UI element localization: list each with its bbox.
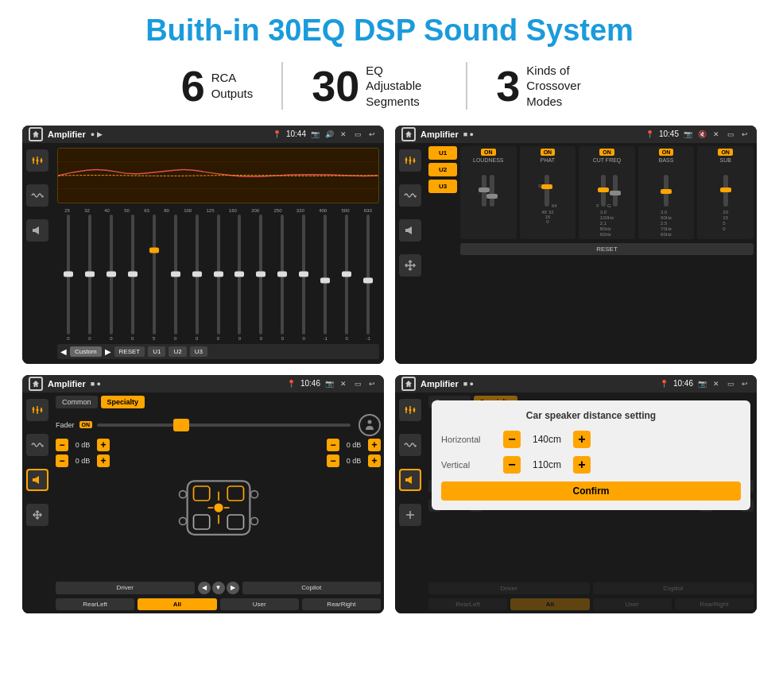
eq-custom-btn[interactable]: Custom [70, 346, 102, 357]
page-title: Buith-in 30EQ DSP Sound System [22, 14, 757, 48]
phat-control: ON PHAT G 64 48 [520, 146, 576, 239]
screen4-time: 10:46 [673, 379, 693, 388]
eq-prev-btn[interactable]: ◀ [60, 347, 67, 356]
db-value-fl: 0 dB [72, 441, 94, 449]
sidebar-arrows-btn2[interactable] [399, 254, 421, 277]
eq-next-btn[interactable]: ▶ [105, 347, 111, 356]
preset-u2-btn[interactable]: U2 [428, 163, 457, 176]
cutfreq-slider-g[interactable] [613, 175, 618, 207]
specialty-tab[interactable]: Specialty [101, 396, 145, 408]
eq-slider-400: -1 [316, 215, 335, 341]
preset-u3-btn[interactable]: U3 [428, 180, 457, 193]
home-icon-2[interactable] [401, 127, 416, 141]
eq-slider-160: 0 [231, 215, 250, 341]
sidebar-eq-btn3[interactable] [26, 399, 48, 421]
back-icon-1[interactable]: ↩ [366, 129, 378, 140]
svg-rect-27 [227, 486, 243, 501]
home-icon-3[interactable] [29, 377, 43, 391]
sidebar-speaker-btn2[interactable] [399, 219, 421, 242]
status-bar-3: Amplifier ■ ● 📍 10:46 📷 ✕ ▭ ↩ [22, 375, 384, 393]
db-minus-fr[interactable]: − [327, 439, 339, 451]
db-plus-fr[interactable]: + [368, 439, 381, 451]
right-arrow-btn[interactable]: ▶ [227, 582, 239, 594]
x-icon-1: ✕ [338, 129, 349, 140]
sidebar-wave-btn3[interactable] [26, 434, 48, 456]
common-tab[interactable]: Common [56, 396, 98, 408]
sidebar-speaker-btn3[interactable] [26, 469, 48, 491]
sidebar-speaker-btn[interactable] [26, 219, 48, 242]
eq-main: 25 32 40 50 63 80 100 125 160 200 250 32… [52, 143, 384, 364]
db-plus-rr[interactable]: + [368, 454, 381, 467]
home-icon-4[interactable] [401, 377, 416, 391]
sub-on[interactable]: ON [718, 149, 733, 156]
sidebar-eq-btn[interactable] [26, 149, 48, 172]
db-minus-fl[interactable]: − [56, 439, 68, 451]
driver-btn[interactable]: Driver [56, 582, 195, 594]
cutfreq-on[interactable]: ON [599, 149, 614, 156]
db-minus-rr[interactable]: − [327, 454, 339, 467]
preset-u1-btn[interactable]: U1 [428, 146, 457, 160]
sidebar-eq-btn2[interactable] [399, 149, 421, 172]
db-plus-fl[interactable]: + [97, 439, 110, 451]
phat-on[interactable]: ON [541, 149, 556, 156]
fader-on-badge[interactable]: ON [79, 421, 93, 428]
rearright-btn[interactable]: RearRight [302, 598, 381, 610]
distance-dialog: Car speaker distance setting Horizontal … [432, 400, 750, 510]
page-wrapper: Buith-in 30EQ DSP Sound System 6 RCAOutp… [0, 0, 779, 700]
confirm-button[interactable]: Confirm [441, 481, 741, 501]
sidebar-wave-btn4[interactable] [399, 434, 421, 456]
sidebar-arrows-btn4[interactable] [399, 504, 421, 526]
svg-rect-28 [193, 515, 209, 529]
eq-reset-btn[interactable]: RESET [114, 346, 145, 357]
cutfreq-slider-f[interactable] [601, 175, 606, 207]
screen3-time: 10:46 [300, 379, 320, 388]
sidebar-arrows-btn3[interactable] [26, 504, 48, 526]
db-minus-rl[interactable]: − [56, 454, 68, 467]
eq-slider-track-25[interactable] [67, 215, 70, 335]
db-value-rr: 0 dB [343, 457, 365, 465]
copilot-btn[interactable]: Copilot [242, 582, 382, 594]
svg-rect-6 [33, 229, 35, 232]
eq-u1-btn[interactable]: U1 [148, 346, 165, 357]
eq-graph [57, 148, 379, 203]
sidebar-wave-btn2[interactable] [399, 184, 421, 207]
screen-distance: Amplifier ■ ● 📍 10:46 📷 ✕ ▭ ↩ [395, 375, 757, 613]
loudness-slider-l[interactable] [482, 175, 486, 207]
rearleft-btn[interactable]: RearLeft [56, 598, 134, 610]
amp4-main: Common Specialty − 0 dB + − [425, 393, 757, 613]
home-icon-1[interactable] [29, 127, 43, 141]
eq-u3-btn[interactable]: U3 [190, 346, 207, 357]
screen3-title: Amplifier [48, 379, 86, 389]
dialog-title: Car speaker distance setting [441, 410, 741, 421]
all-btn[interactable]: All [138, 598, 216, 610]
left-arrow-btn[interactable]: ◀ [198, 582, 211, 594]
vertical-plus-btn[interactable]: + [573, 456, 591, 474]
sidebar-wave-btn[interactable] [26, 184, 48, 207]
vertical-minus-btn[interactable]: − [503, 456, 521, 474]
sidebar-speaker-btn4[interactable] [399, 469, 421, 491]
amp2-presets: U1 U2 U3 [428, 146, 457, 361]
fader-track[interactable] [97, 423, 351, 427]
phat-slider[interactable] [545, 175, 549, 207]
svg-point-38 [250, 518, 258, 525]
crossover-reset-btn[interactable]: RESET [460, 243, 754, 255]
eq-slider-250: 0 [273, 215, 292, 341]
db-plus-rl[interactable]: + [97, 454, 110, 467]
status-bar-2: Amplifier ■ ● 📍 10:45 📷 🔇 ✕ ▭ ↩ [395, 126, 757, 143]
loudness-on[interactable]: ON [481, 149, 496, 156]
eq-sliders: 0 0 0 [57, 215, 379, 341]
horizontal-minus-btn[interactable]: − [503, 431, 521, 448]
sub-slider[interactable] [723, 175, 728, 207]
amp3-tabs: Common Specialty [56, 396, 381, 408]
cutfreq-label: CUT FREQ [593, 157, 622, 163]
down-arrow-btn[interactable]: ▼ [212, 582, 225, 594]
loudness-slider-r[interactable] [490, 175, 494, 207]
sidebar-eq-btn4[interactable] [399, 399, 421, 421]
bass-on[interactable]: ON [659, 149, 674, 156]
user-btn[interactable]: User [220, 598, 299, 610]
screen4-title: Amplifier [421, 379, 459, 389]
bass-slider[interactable] [664, 175, 669, 207]
eq-u2-btn[interactable]: U2 [169, 346, 186, 357]
left-db-controls: − 0 dB + − 0 dB + [56, 439, 110, 578]
horizontal-plus-btn[interactable]: + [573, 431, 591, 448]
